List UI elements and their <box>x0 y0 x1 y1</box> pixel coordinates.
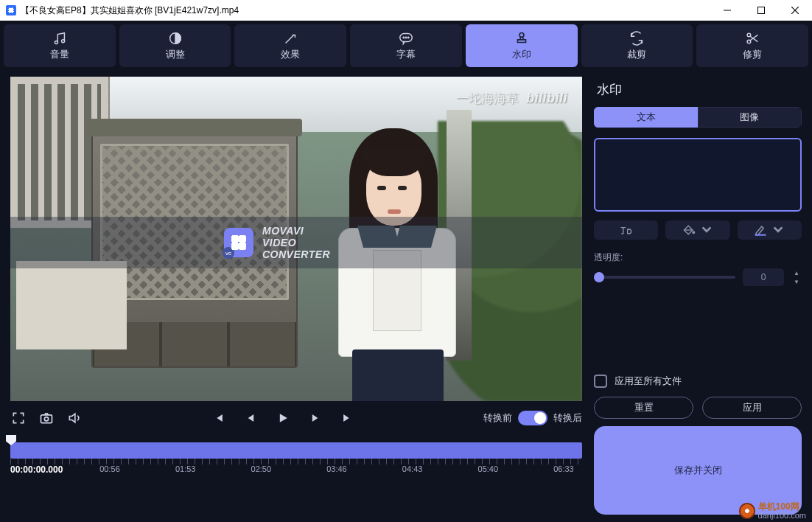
step-forward-button[interactable] <box>307 410 323 426</box>
svg-point-13 <box>693 232 695 234</box>
tab-label: 字幕 <box>396 48 416 61</box>
contrast-icon <box>167 30 183 46</box>
crop-rotate-icon <box>629 30 645 46</box>
tab-label: 效果 <box>281 48 300 61</box>
scissors-icon <box>744 30 760 46</box>
maximize-button[interactable] <box>744 0 778 21</box>
watermark-text-input[interactable] <box>594 138 802 212</box>
movavi-logo-text: MOVAVI VIDEO CONVERTER <box>262 225 330 260</box>
before-after-switch[interactable] <box>518 411 547 425</box>
next-clip-button[interactable] <box>340 410 356 426</box>
tab-label: 调整 <box>166 48 185 61</box>
svg-point-12 <box>44 417 48 421</box>
opacity-slider[interactable] <box>594 276 735 279</box>
tab-label: 水印 <box>512 48 531 61</box>
editor-toolbar: 音量 调整 效果 字幕 水印 裁剪 修剪 <box>0 21 812 71</box>
fullscreen-button[interactable] <box>10 410 27 426</box>
apply-button[interactable]: 应用 <box>702 397 802 419</box>
timeline-track[interactable] <box>10 442 582 459</box>
svg-point-1 <box>55 41 57 44</box>
uploader-name: 一坨海海草 <box>456 90 519 107</box>
movavi-logo-icon: vc <box>224 228 253 257</box>
after-label: 转换后 <box>553 411 582 425</box>
apply-all-checkbox[interactable] <box>594 375 607 388</box>
svg-point-8 <box>519 32 524 37</box>
opacity-label: 透明度: <box>594 251 802 264</box>
video-corner-overlay: 一坨海海草 bilibili <box>456 90 567 107</box>
timeline[interactable]: 00:56 01:53 02:50 03:46 04:43 05:40 06:3… <box>10 435 582 479</box>
timeline-tick-labels: 00:56 01:53 02:50 03:46 04:43 05:40 06:3… <box>10 464 582 473</box>
fill-color-button[interactable] <box>665 220 729 240</box>
segment-text[interactable]: 文本 <box>594 107 698 128</box>
svg-rect-0 <box>758 7 765 14</box>
prev-clip-button[interactable] <box>210 410 226 426</box>
stamp-icon <box>514 30 530 46</box>
outline-color-button[interactable] <box>738 220 802 240</box>
apply-all-label: 应用至所有文件 <box>615 375 682 388</box>
trial-watermark-overlay: vc MOVAVI VIDEO CONVERTER <box>10 217 582 268</box>
snapshot-button[interactable] <box>38 410 55 426</box>
timecode: 00:00:00.000 <box>10 464 67 475</box>
close-button[interactable] <box>778 0 812 21</box>
tab-watermark[interactable]: 水印 <box>466 24 578 67</box>
save-close-button[interactable]: 保存并关闭 <box>594 426 802 515</box>
window-title: 【不良女高EP8】其实姐姐喜欢你 [BV1jE421w7zv].mp4 <box>21 4 710 17</box>
tab-subtitle[interactable]: 字幕 <box>350 24 462 67</box>
svg-point-10 <box>747 40 751 44</box>
reset-button[interactable]: 重置 <box>594 397 693 419</box>
svg-point-6 <box>405 37 406 38</box>
before-after-toggle: 转换前 转换后 <box>483 411 582 425</box>
svg-point-2 <box>61 40 64 43</box>
tab-crop[interactable]: 裁剪 <box>581 24 693 67</box>
before-label: 转换前 <box>483 411 512 425</box>
svg-point-7 <box>407 37 408 38</box>
tab-label: 裁剪 <box>627 48 646 61</box>
opacity-stepper[interactable]: ▲▼ <box>791 268 802 286</box>
music-note-icon <box>52 30 68 46</box>
tab-label: 修剪 <box>743 48 762 61</box>
tab-label: 音量 <box>50 48 69 61</box>
step-back-button[interactable] <box>242 410 259 426</box>
preview-controls: 转换前 转换后 <box>10 406 582 431</box>
minimize-button[interactable] <box>710 0 744 21</box>
speech-bubble-icon <box>398 30 414 46</box>
timeline-ticks <box>10 459 582 464</box>
watermark-panel: 水印 文本 图像 透明度: 0 ▲▼ 应用至所有文件 <box>589 71 812 522</box>
opacity-value[interactable]: 0 <box>743 268 784 286</box>
tab-volume[interactable]: 音量 <box>4 24 116 67</box>
mute-button[interactable] <box>66 410 83 426</box>
stepper-down-icon: ▼ <box>791 277 802 286</box>
stepper-up-icon: ▲ <box>791 268 802 277</box>
panel-heading: 水印 <box>597 81 802 98</box>
svg-point-5 <box>403 37 404 38</box>
font-style-button[interactable] <box>594 220 658 240</box>
bilibili-logo-text: bilibili <box>526 91 567 106</box>
svg-point-9 <box>747 33 751 37</box>
magic-wand-icon <box>282 30 298 46</box>
titlebar: 【不良女高EP8】其实姐姐喜欢你 [BV1jE421w7zv].mp4 <box>0 0 812 21</box>
tab-trim[interactable]: 修剪 <box>696 24 808 67</box>
tab-effects[interactable]: 效果 <box>234 24 346 67</box>
play-button[interactable] <box>275 410 291 426</box>
segment-image[interactable]: 图像 <box>698 107 802 128</box>
svg-rect-11 <box>41 415 52 423</box>
watermark-type-segment: 文本 图像 <box>594 107 802 128</box>
app-icon <box>6 5 16 15</box>
tab-adjust[interactable]: 调整 <box>119 24 231 67</box>
video-preview[interactable]: 口 一坨海海草 bilibili vc MOVAVI VID <box>10 77 582 401</box>
